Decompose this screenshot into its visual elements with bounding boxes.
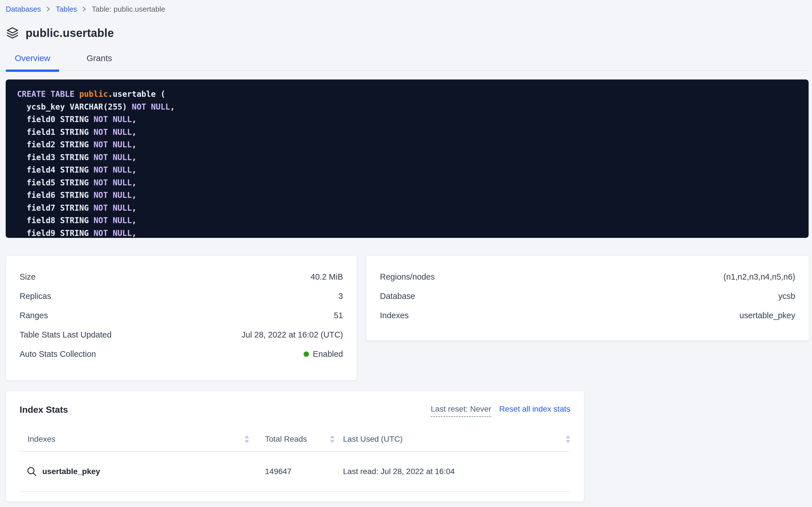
column-header-label: Last Used (UTC)	[343, 435, 402, 444]
column-header-indexes[interactable]: Indexes	[19, 435, 265, 444]
create-table-sql-block: CREATE TABLE public.usertable ( ycsb_key…	[6, 79, 809, 238]
index-stats-table: Indexes Total Reads Last Used (UTC)	[19, 435, 570, 492]
status-dot-green	[304, 351, 309, 357]
table-details-page: Databases Tables Table: public.usertable	[0, 0, 812, 507]
stat-value: 3	[338, 291, 343, 301]
table-stats-card: Size 40.2 MiB Replicas 3 Ranges 51 Table…	[6, 256, 357, 380]
stat-label: Regions/nodes	[380, 272, 435, 282]
stat-row-stats-updated: Table Stats Last Updated Jul 28, 2022 at…	[19, 325, 343, 344]
total-reads-value: 149647	[265, 467, 343, 476]
sort-icon	[245, 435, 249, 443]
sql-code: CREATE TABLE public.usertable ( ycsb_key…	[17, 88, 797, 238]
stat-value: usertable_pkey	[739, 311, 795, 320]
stat-value: ycsb	[778, 291, 795, 301]
breadcrumb: Databases Tables Table: public.usertable	[6, 4, 809, 14]
last-used-value: Last read: Jul 28, 2022 at 16:04	[343, 467, 570, 476]
stat-row-auto-stats: Auto Stats Collection Enabled	[19, 344, 343, 363]
column-header-last-used[interactable]: Last Used (UTC)	[343, 435, 570, 444]
stat-label: Table Stats Last Updated	[19, 330, 112, 340]
stat-row-size: Size 40.2 MiB	[19, 267, 343, 286]
table-row: usertable_pkey 149647 Last read: Jul 28,…	[19, 452, 570, 492]
breadcrumb-current: Table: public.usertable	[91, 5, 165, 14]
last-reset-label[interactable]: Last reset: Never	[431, 404, 491, 417]
chevron-right-icon	[82, 6, 86, 12]
page-title: public.usertable	[25, 27, 114, 40]
stat-row-regions: Regions/nodes (n1,n2,n3,n4,n5,n6)	[380, 267, 795, 286]
breadcrumb-link-databases[interactable]: Databases	[6, 5, 41, 14]
stat-label: Indexes	[380, 311, 409, 320]
stat-value: (n1,n2,n3,n4,n5,n6)	[724, 272, 795, 282]
stat-row-ranges: Ranges 51	[19, 306, 343, 325]
index-stats-title: Index Stats	[19, 404, 68, 415]
tab-grants[interactable]: Grants	[77, 50, 121, 70]
stat-label: Database	[380, 291, 415, 301]
stat-row-replicas: Replicas 3	[19, 286, 343, 306]
sort-icon	[566, 435, 570, 443]
stat-label: Auto Stats Collection	[19, 349, 96, 359]
stat-label: Size	[19, 272, 36, 282]
stat-label: Ranges	[19, 311, 48, 320]
chevron-right-icon	[46, 6, 51, 12]
index-stats-header: Index Stats Last reset: Never Reset all …	[19, 404, 570, 417]
status-text: Enabled	[313, 349, 343, 359]
tab-bar: Overview Grants	[6, 50, 809, 71]
reset-all-index-stats-link[interactable]: Reset all index stats	[499, 404, 570, 413]
index-stats-card: Index Stats Last reset: Never Reset all …	[6, 391, 584, 502]
index-link-usertable-pkey[interactable]: usertable_pkey	[19, 466, 265, 477]
table-config-card: Regions/nodes (n1,n2,n3,n4,n5,n6) Databa…	[366, 256, 809, 341]
stat-value: 40.2 MiB	[311, 272, 343, 282]
table-stack-icon	[6, 26, 19, 40]
column-header-total-reads[interactable]: Total Reads	[265, 435, 343, 444]
column-header-label: Total Reads	[265, 435, 307, 444]
stat-row-database: Database ycsb	[380, 286, 795, 306]
stat-value: Jul 28, 2022 at 16:02 (UTC)	[241, 330, 343, 340]
sort-icon	[330, 435, 334, 443]
stat-row-indexes: Indexes usertable_pkey	[380, 306, 795, 325]
breadcrumb-link-tables[interactable]: Tables	[56, 5, 77, 14]
index-name: usertable_pkey	[42, 467, 100, 476]
search-icon	[26, 466, 37, 477]
tab-overview[interactable]: Overview	[6, 50, 59, 70]
reset-group: Last reset: Never Reset all index stats	[431, 404, 570, 417]
detail-cards-row: Size 40.2 MiB Replicas 3 Ranges 51 Table…	[6, 256, 809, 380]
page-content: Databases Tables Table: public.usertable	[0, 0, 812, 502]
stat-label: Replicas	[19, 291, 51, 301]
title-row: public.usertable	[6, 26, 809, 40]
status-badge: Enabled	[304, 349, 343, 359]
column-header-label: Indexes	[27, 435, 55, 444]
index-stats-table-header: Indexes Total Reads Last Used (UTC)	[19, 435, 570, 452]
stat-value: 51	[334, 311, 343, 320]
